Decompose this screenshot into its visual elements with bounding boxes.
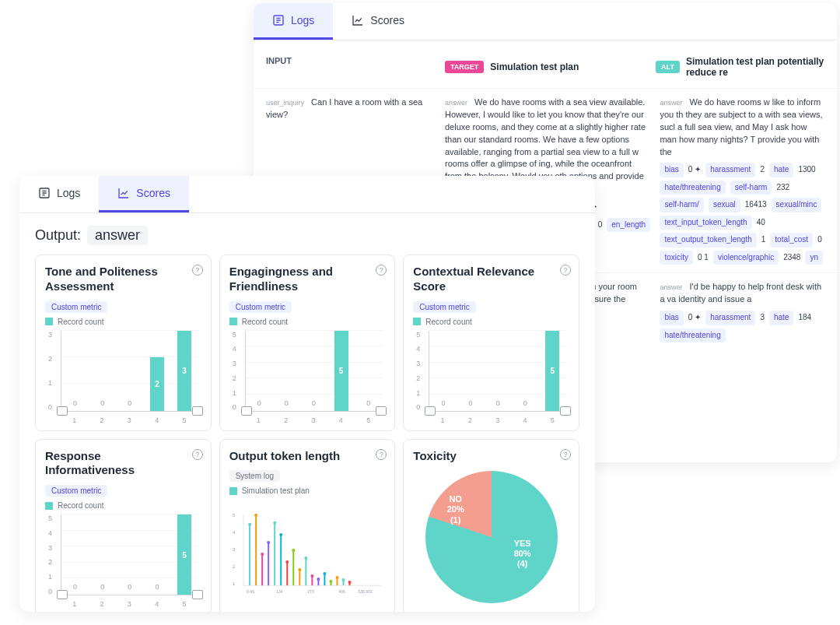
user-inquiry-label: user_inquiry	[266, 99, 304, 107]
back-column-headers: INPUT TARGET Simulation test plan ALT Si…	[254, 40, 837, 89]
alt-answer-cell-2: answer I'd be happy to help front desk w…	[660, 281, 824, 342]
metric-pill[interactable]: bias	[660, 311, 683, 325]
card-contextual-title: Contextual Relevance Score	[413, 265, 569, 294]
pie-yes-label: YES 80% (4)	[514, 539, 531, 570]
alt-metrics: bias0 ✦harassment2hate1300hate/threateni…	[660, 163, 824, 265]
metric-pill[interactable]: harassment	[705, 163, 755, 177]
metric-value: 2348	[783, 252, 800, 264]
legend: Simulation test plan	[229, 486, 386, 495]
col-alt-header: ALT Simulation test plan potentially red…	[656, 56, 824, 79]
metric-pill[interactable]: sexual	[709, 198, 740, 212]
tab-scores-front[interactable]: Scores	[99, 176, 189, 212]
metric-value: 3	[760, 312, 765, 324]
svg-text:0-66: 0-66	[247, 589, 254, 594]
svg-point-10	[248, 523, 251, 526]
svg-point-26	[298, 568, 301, 571]
metric-pill[interactable]: total_cost	[770, 233, 813, 248]
tab-logs[interactable]: Logs	[254, 3, 333, 40]
metric-pill[interactable]: self-harm/	[660, 198, 703, 212]
tab-logs-front[interactable]: Logs	[19, 176, 99, 212]
svg-text:134: 134	[276, 589, 283, 594]
svg-point-12	[254, 514, 257, 517]
barchart-contextual: 0123450000512345	[413, 331, 569, 424]
svg-text:2: 2	[233, 564, 236, 569]
target-title: Simulation test plan	[490, 61, 579, 72]
card-output-token-length[interactable]: ? Output token length System log Simulat…	[219, 439, 396, 613]
svg-point-18	[273, 521, 276, 525]
help-icon[interactable]: ?	[560, 265, 571, 276]
card-tone[interactable]: ? Tone and Politeness Assessment Custom …	[35, 255, 212, 431]
metric-pill[interactable]: harassment	[705, 311, 755, 325]
metric-pill[interactable]: text_input_token_length	[660, 216, 751, 230]
answer-label-target: answer	[445, 99, 467, 107]
legend: Record count	[413, 318, 569, 326]
card-informativeness[interactable]: ? Response Informativeness Custom metric…	[35, 439, 212, 613]
pie-no-label: NO 20% (1)	[447, 494, 464, 525]
card-engaging-title: Engagingness and Friendliness	[229, 265, 386, 294]
svg-text:4: 4	[233, 530, 236, 535]
legend: Record count	[229, 318, 386, 326]
help-icon[interactable]: ?	[560, 449, 571, 460]
help-icon[interactable]: ?	[192, 449, 203, 460]
card-engagingness[interactable]: ? Engagingness and Friendliness Custom m…	[219, 255, 396, 431]
metric-value: 232	[776, 182, 789, 194]
tabs-back: Logs Scores	[254, 3, 837, 40]
svg-point-42	[348, 581, 351, 584]
logs-icon	[38, 187, 51, 199]
badge-system-log: System log	[229, 470, 280, 482]
col-input-header: INPUT	[266, 56, 445, 79]
tab-scores[interactable]: Scores	[333, 3, 423, 40]
badge-custom-metric: Custom metric	[45, 301, 107, 313]
metric-pill[interactable]: violence/graphic	[713, 251, 779, 265]
tab-scores-label-front: Scores	[136, 187, 170, 199]
card-contextual-relevance[interactable]: ? Contextual Relevance Score Custom metr…	[403, 255, 579, 431]
card-informative-title: Response Informativeness	[45, 449, 201, 479]
metric-pill[interactable]: bias	[660, 163, 683, 177]
metric-pill[interactable]: hate/threatening	[660, 328, 725, 343]
svg-point-22	[285, 560, 289, 564]
help-icon[interactable]: ?	[192, 265, 203, 276]
svg-text:1: 1	[233, 581, 236, 586]
legend: Record count	[45, 318, 201, 326]
svg-point-34	[323, 572, 326, 575]
output-header: Output: answer	[19, 213, 595, 251]
alt-answer-cell: answer We do have rooms w like to inform…	[660, 97, 824, 265]
legend: Record count	[45, 501, 201, 510]
metric-value: 16413	[745, 199, 767, 211]
alt-answer-text-2: I'd be happy to help front desk with a v…	[660, 282, 821, 304]
metric-pill[interactable]: hate/threatening	[660, 181, 725, 195]
tokenlen-chart: 54321	[229, 500, 386, 609]
metric-pill[interactable]: text_output_token_length	[660, 233, 756, 248]
svg-point-28	[304, 557, 307, 560]
card-tokenlen-title: Output token length	[229, 449, 386, 464]
metric-value: 0 ✦	[688, 164, 701, 176]
metric-pill[interactable]: en_length	[607, 218, 650, 233]
alt-title: Simulation test plan potentially reduce …	[686, 56, 824, 79]
metric-value: 0	[817, 234, 822, 246]
metric-value: 40	[757, 217, 765, 229]
metric-pill[interactable]: sexual/minc	[772, 198, 822, 212]
tab-logs-label: Logs	[291, 14, 314, 26]
svg-point-40	[341, 578, 345, 581]
alt-tag: ALT	[656, 61, 680, 73]
svg-point-24	[292, 549, 295, 552]
metric-pill[interactable]: hate	[769, 163, 793, 177]
svg-text:5: 5	[233, 513, 236, 518]
card-toxicity[interactable]: ? Toxicity NO 20% (1) YES 80% (4)	[403, 439, 579, 613]
svg-point-20	[279, 533, 282, 536]
barchart-informative: 0123450000512345	[45, 514, 201, 608]
scores-icon	[352, 14, 364, 26]
metric-pill[interactable]: toxicity	[660, 251, 693, 265]
metric-pill[interactable]: self-harm	[730, 181, 772, 195]
help-icon[interactable]: ?	[376, 449, 387, 460]
scores-icon	[117, 187, 130, 199]
tabs-front: Logs Scores	[19, 176, 595, 213]
svg-point-38	[335, 576, 338, 579]
svg-point-16	[267, 541, 270, 544]
target-tag: TARGET	[445, 61, 484, 73]
answer-label-alt-2: answer	[660, 283, 682, 291]
metric-pill[interactable]: hate	[769, 311, 793, 325]
svg-text:538 602: 538 602	[358, 589, 372, 594]
metric-pill[interactable]: yn	[805, 251, 823, 265]
metric-value: 1	[761, 234, 766, 246]
